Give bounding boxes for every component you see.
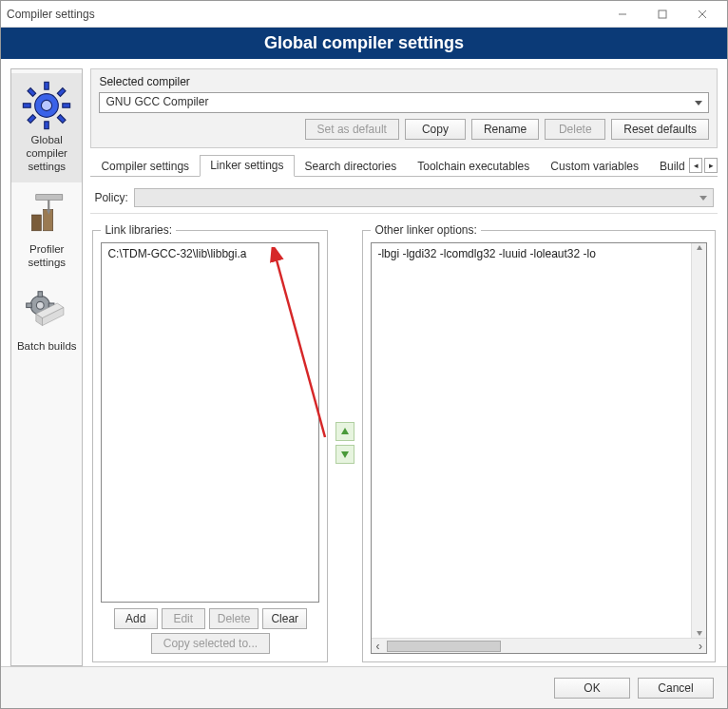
svg-point-20 [37, 301, 45, 309]
sidebar-item-batch-builds[interactable]: Batch builds [11, 279, 82, 363]
titlebar: Compiler settings [1, 1, 727, 28]
profiler-icon [16, 188, 77, 241]
sidebar-item-label: Profiler settings [13, 243, 80, 270]
link-libraries-legend: Link libraries: [101, 223, 176, 237]
tab-build-options[interactable]: Build options [649, 156, 687, 177]
move-down-button[interactable] [335, 445, 354, 464]
svg-marker-29 [341, 451, 349, 458]
svg-rect-1 [659, 10, 666, 18]
batch-icon [16, 285, 77, 338]
copy-selected-to-button[interactable]: Copy selected to... [151, 633, 270, 654]
compiler-settings-window: Compiler settings Global compiler settin… [0, 0, 728, 709]
tab-scroll-right[interactable]: ▸ [704, 158, 718, 173]
sidebar-item-label: Batch builds [13, 340, 80, 354]
horizontal-scrollbar[interactable] [372, 638, 706, 653]
other-linker-legend: Other linker options: [371, 223, 480, 237]
close-button[interactable] [683, 3, 721, 26]
svg-rect-12 [28, 115, 36, 124]
sidebar-item-profiler[interactable]: Profiler settings [11, 182, 82, 279]
reorder-buttons [334, 223, 356, 662]
svg-rect-10 [28, 88, 36, 97]
gear-icon [16, 79, 77, 132]
tab-compiler-settings[interactable]: Compiler settings [90, 156, 200, 177]
selected-compiler-group: Selected compiler GNU GCC Compiler Set a… [90, 68, 718, 148]
other-linker-text: -lbgi -lgdi32 -lcomdlg32 -luuid -loleaut… [377, 247, 595, 260]
selected-compiler-label: Selected compiler [99, 75, 709, 88]
edit-library-button[interactable]: Edit [162, 608, 205, 629]
tab-toolchain-executables[interactable]: Toolchain executables [407, 156, 540, 177]
settings-tabs: Compiler settings Linker settings Search… [90, 154, 718, 177]
copy-compiler-button[interactable]: Copy [405, 119, 466, 140]
svg-rect-8 [24, 104, 31, 107]
svg-rect-7 [45, 122, 48, 129]
ok-button[interactable]: OK [554, 678, 630, 699]
svg-marker-28 [341, 428, 349, 434]
rename-compiler-button[interactable]: Rename [471, 119, 539, 140]
cancel-button[interactable]: Cancel [638, 678, 714, 699]
svg-point-5 [42, 100, 52, 110]
tab-custom-variables[interactable]: Custom variables [540, 156, 649, 177]
sidebar-item-global-compiler[interactable]: Global compiler settings [11, 73, 82, 182]
policy-dropdown[interactable] [134, 188, 714, 207]
banner-title: Global compiler settings [1, 28, 727, 59]
svg-rect-11 [58, 88, 67, 97]
svg-rect-9 [63, 104, 70, 107]
clear-libraries-button[interactable]: Clear [262, 608, 307, 629]
set-default-button[interactable]: Set as default [305, 119, 399, 140]
main-panel: Selected compiler GNU GCC Compiler Set a… [90, 68, 718, 666]
selected-compiler-value: GNU GCC Compiler [105, 95, 208, 108]
delete-library-button[interactable]: Delete [209, 608, 259, 629]
selected-compiler-dropdown[interactable]: GNU GCC Compiler [99, 92, 709, 113]
reset-defaults-button[interactable]: Reset defaults [611, 119, 709, 140]
svg-rect-23 [27, 303, 32, 307]
policy-label: Policy: [94, 191, 127, 204]
tab-linker-settings[interactable]: Linker settings [200, 155, 294, 177]
scrollbar-thumb[interactable] [387, 641, 501, 652]
policy-row: Policy: [90, 182, 718, 214]
dialog-footer: OK Cancel [1, 666, 727, 708]
sidebar-item-label: Global compiler settings [13, 134, 80, 173]
window-title: Compiler settings [7, 8, 603, 21]
svg-rect-13 [58, 115, 67, 124]
tab-search-directories[interactable]: Search directories [295, 156, 408, 177]
svg-rect-21 [38, 292, 42, 297]
maximize-button[interactable] [643, 3, 681, 26]
link-libraries-group: Link libraries: C:\TDM-GCC-32\lib\libbgi… [92, 223, 328, 662]
link-libraries-list[interactable]: C:\TDM-GCC-32\lib\libbgi.a [101, 242, 319, 603]
svg-rect-14 [32, 215, 42, 231]
add-library-button[interactable]: Add [114, 608, 158, 629]
vertical-scrollbar[interactable] [691, 243, 706, 638]
minimize-button[interactable] [603, 3, 642, 26]
other-linker-textarea[interactable]: -lbgi -lgdi32 -lcomdlg32 -luuid -loleaut… [371, 242, 707, 654]
svg-rect-16 [36, 195, 63, 201]
sidebar: Global compiler settings Profiler settin… [10, 68, 83, 666]
other-linker-group: Other linker options: -lbgi -lgdi32 -lco… [362, 223, 716, 662]
tab-scroll-left[interactable]: ◂ [689, 158, 702, 173]
delete-compiler-button[interactable]: Delete [545, 119, 605, 140]
svg-rect-6 [45, 82, 48, 89]
move-up-button[interactable] [335, 422, 354, 441]
list-item[interactable]: C:\TDM-GCC-32\lib\libbgi.a [107, 247, 313, 260]
